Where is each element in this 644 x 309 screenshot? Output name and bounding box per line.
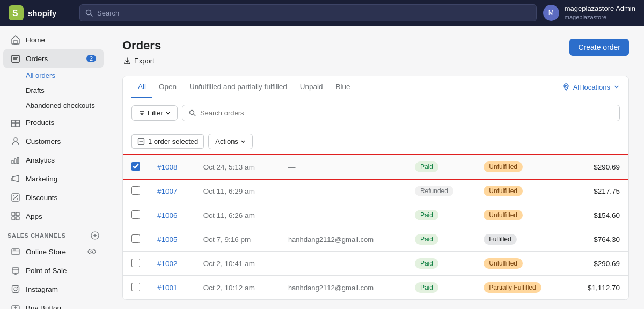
customer-dash: — bbox=[288, 211, 296, 219]
shopify-logo[interactable]: S shopify bbox=[9, 5, 73, 20]
sidebar-item-online-store[interactable]: Online Store bbox=[3, 242, 104, 261]
svg-text:S: S bbox=[12, 9, 18, 18]
tab-blue-label: Blue bbox=[335, 83, 350, 91]
order-link[interactable]: #1002 bbox=[157, 260, 178, 268]
tab-all[interactable]: All bbox=[131, 76, 152, 98]
svg-rect-21 bbox=[12, 212, 15, 216]
search-icon bbox=[85, 9, 93, 17]
svg-rect-23 bbox=[12, 217, 15, 220]
order-id-cell[interactable]: #1002 bbox=[149, 252, 195, 276]
svg-rect-24 bbox=[16, 217, 19, 220]
order-id-cell[interactable]: #1006 bbox=[149, 203, 195, 227]
order-link[interactable]: #1008 bbox=[157, 163, 178, 171]
sidebar-item-instagram[interactable]: Instagram bbox=[3, 280, 104, 298]
table-row[interactable]: #1006 Oct 11, 6:26 am — Paid Unfulfilled… bbox=[123, 203, 628, 227]
row-checkbox-cell[interactable] bbox=[123, 155, 149, 179]
svg-point-33 bbox=[91, 251, 93, 253]
row-checkbox[interactable] bbox=[131, 210, 140, 219]
export-button[interactable]: Export bbox=[122, 55, 156, 67]
search-orders-input-wrapper[interactable] bbox=[182, 105, 620, 121]
order-fulfillment-cell: Unfulfilled bbox=[475, 252, 567, 276]
row-checkbox-cell[interactable] bbox=[123, 252, 149, 276]
tab-unfulfilled[interactable]: Unfulfilled and partially fulfilled bbox=[183, 76, 294, 98]
sidebar-item-discounts-label: Discounts bbox=[26, 194, 57, 202]
row-checkbox[interactable] bbox=[131, 186, 140, 195]
filter-button[interactable]: Filter bbox=[131, 105, 178, 121]
row-checkbox[interactable] bbox=[131, 162, 140, 171]
tab-blue[interactable]: Blue bbox=[329, 76, 356, 98]
top-navigation: S shopify Search M mageplazastore Admin … bbox=[0, 0, 644, 26]
locations-button[interactable]: All locations bbox=[562, 83, 620, 91]
svg-rect-11 bbox=[16, 123, 20, 127]
minus-square-icon bbox=[137, 138, 145, 145]
orders-tabs: All Open Unfulfilled and partially fulfi… bbox=[123, 76, 628, 98]
sidebar-item-point-of-sale[interactable]: Point of Sale bbox=[3, 261, 104, 279]
search-bar[interactable]: Search bbox=[79, 4, 537, 21]
sidebar-item-products[interactable]: Products bbox=[3, 113, 104, 131]
order-link[interactable]: #1001 bbox=[157, 284, 178, 292]
order-id-cell[interactable]: #1007 bbox=[149, 179, 195, 203]
sidebar-sub-all-orders[interactable]: All orders bbox=[3, 68, 104, 83]
sidebar-item-marketing[interactable]: Marketing bbox=[3, 170, 104, 188]
sidebar-item-buy-button[interactable]: Buy Button bbox=[3, 299, 104, 309]
instagram-icon bbox=[11, 284, 20, 294]
customer-dash: — bbox=[288, 163, 296, 171]
create-order-button[interactable]: Create order bbox=[569, 39, 629, 56]
order-link[interactable]: #1006 bbox=[157, 211, 178, 219]
sidebar-item-home[interactable]: Home bbox=[3, 31, 104, 49]
export-label: Export bbox=[134, 57, 155, 65]
table-row[interactable]: #1008 Oct 24, 5:13 am — Paid Unfulfilled… bbox=[123, 155, 628, 179]
fulfillment-badge: Partially Fulfilled bbox=[484, 282, 541, 293]
table-row[interactable]: #1005 Oct 7, 9:16 pm hanhdang2112@gmail.… bbox=[123, 227, 628, 252]
sidebar-item-marketing-label: Marketing bbox=[26, 175, 57, 183]
sidebar-item-customers[interactable]: Customers bbox=[3, 132, 104, 150]
deselect-button[interactable]: 1 order selected bbox=[131, 134, 204, 149]
search-orders-input[interactable] bbox=[200, 109, 613, 117]
order-id-cell[interactable]: #1008 bbox=[149, 155, 195, 179]
sidebar-item-orders[interactable]: Orders 2 bbox=[3, 49, 104, 68]
svg-point-12 bbox=[14, 138, 17, 141]
row-checkbox-cell[interactable] bbox=[123, 179, 149, 203]
actions-chevron-icon bbox=[240, 139, 246, 144]
tab-unpaid-label: Unpaid bbox=[300, 83, 323, 91]
row-checkbox-cell[interactable] bbox=[123, 203, 149, 227]
svg-rect-34 bbox=[12, 268, 19, 273]
sidebar-item-analytics-label: Analytics bbox=[26, 156, 55, 164]
customers-icon bbox=[11, 136, 20, 146]
user-sub: mageplazastore bbox=[565, 13, 635, 21]
table-row[interactable]: #1001 Oct 2, 10:12 am hanhdang2112@gmail… bbox=[123, 276, 628, 300]
order-link[interactable]: #1005 bbox=[157, 236, 178, 244]
customer-dash: — bbox=[288, 187, 296, 195]
customer-email: hanhdang2112@gmail.com bbox=[288, 284, 374, 292]
sidebar-sub-drafts[interactable]: Drafts bbox=[3, 83, 104, 98]
order-amount-cell: $764.30 bbox=[567, 227, 628, 252]
table-row[interactable]: #1002 Oct 2, 10:41 am — Paid Unfulfilled… bbox=[123, 252, 628, 276]
chevron-down-icon bbox=[613, 84, 620, 90]
svg-line-3 bbox=[91, 14, 93, 17]
order-link[interactable]: #1007 bbox=[157, 187, 178, 195]
tab-all-label: All bbox=[138, 83, 146, 91]
row-checkbox[interactable] bbox=[131, 234, 140, 243]
order-date-cell: Oct 24, 5:13 am bbox=[195, 155, 280, 179]
row-checkbox-cell[interactable] bbox=[123, 276, 149, 300]
order-id-cell[interactable]: #1001 bbox=[149, 276, 195, 300]
table-row[interactable]: #1007 Oct 11, 6:29 am — Refunded Unfulfi… bbox=[123, 179, 628, 203]
eye-icon[interactable] bbox=[87, 247, 96, 256]
sales-channels-label: SALES CHANNELS bbox=[8, 232, 66, 239]
fulfillment-badge: Unfulfilled bbox=[484, 186, 523, 196]
order-payment-cell: Paid bbox=[406, 276, 475, 300]
sidebar-item-discounts[interactable]: Discounts bbox=[3, 188, 104, 207]
tab-open[interactable]: Open bbox=[152, 76, 183, 98]
sidebar-item-apps[interactable]: Apps bbox=[3, 207, 104, 225]
order-customer-cell: — bbox=[280, 252, 406, 276]
actions-dropdown-button[interactable]: Actions bbox=[208, 134, 253, 149]
tab-unpaid[interactable]: Unpaid bbox=[294, 76, 330, 98]
svg-rect-38 bbox=[12, 286, 19, 293]
add-channel-icon[interactable] bbox=[91, 231, 99, 240]
order-id-cell[interactable]: #1005 bbox=[149, 227, 195, 252]
row-checkbox[interactable] bbox=[131, 259, 140, 267]
sidebar-item-analytics[interactable]: Analytics bbox=[3, 151, 104, 169]
row-checkbox-cell[interactable] bbox=[123, 227, 149, 252]
sidebar-sub-abandoned[interactable]: Abandoned checkouts bbox=[3, 98, 104, 113]
row-checkbox[interactable] bbox=[131, 283, 140, 291]
